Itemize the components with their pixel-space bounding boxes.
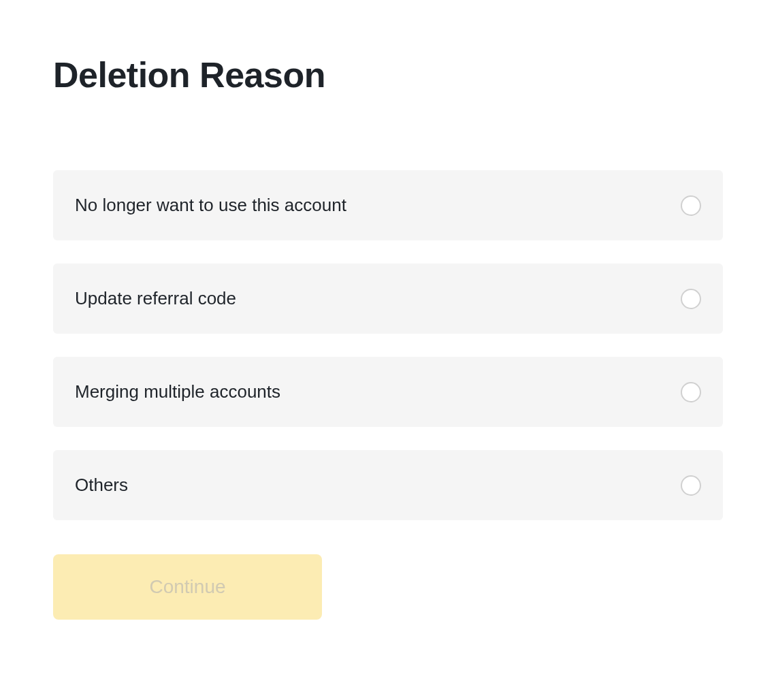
radio-icon[interactable]: [681, 289, 701, 309]
option-label: No longer want to use this account: [75, 195, 346, 216]
option-merging-accounts[interactable]: Merging multiple accounts: [53, 357, 723, 427]
option-label: Merging multiple accounts: [75, 381, 280, 402]
continue-button[interactable]: Continue: [53, 554, 322, 620]
radio-icon[interactable]: [681, 195, 701, 216]
option-label: Others: [75, 475, 128, 496]
option-update-referral[interactable]: Update referral code: [53, 264, 723, 334]
radio-icon[interactable]: [681, 382, 701, 402]
option-label: Update referral code: [75, 288, 236, 309]
option-no-longer-use[interactable]: No longer want to use this account: [53, 170, 723, 240]
options-list: No longer want to use this account Updat…: [53, 170, 723, 520]
page-title: Deletion Reason: [53, 54, 723, 95]
option-others[interactable]: Others: [53, 450, 723, 520]
radio-icon[interactable]: [681, 475, 701, 496]
